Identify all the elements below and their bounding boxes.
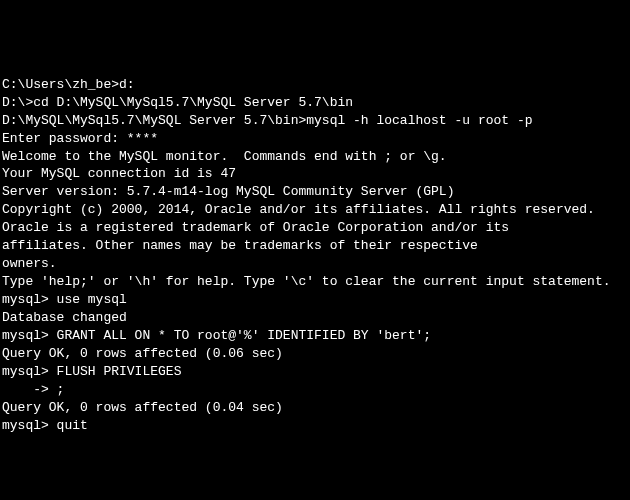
terminal-line: owners. <box>2 255 628 273</box>
terminal-line: -> ; <box>2 381 628 399</box>
terminal-line: Query OK, 0 rows affected (0.04 sec) <box>2 399 628 417</box>
terminal-line: Copyright (c) 2000, 2014, Oracle and/or … <box>2 201 628 219</box>
terminal-line: C:\Users\zh_be>d: <box>2 76 628 94</box>
terminal-line: Server version: 5.7.4-m14-log MySQL Comm… <box>2 183 628 201</box>
terminal-line: mysql> GRANT ALL ON * TO root@'%' IDENTI… <box>2 327 628 345</box>
terminal-line: mysql> quit <box>2 417 628 435</box>
terminal-line: Your MySQL connection id is 47 <box>2 165 628 183</box>
terminal-line: Database changed <box>2 309 628 327</box>
terminal-window[interactable]: C:\Users\zh_be>d:D:\>cd D:\MySQL\MySql5.… <box>2 76 628 435</box>
terminal-line: Enter password: **** <box>2 130 628 148</box>
terminal-line: Welcome to the MySQL monitor. Commands e… <box>2 148 628 166</box>
terminal-line: mysql> use mysql <box>2 291 628 309</box>
terminal-line: Oracle is a registered trademark of Orac… <box>2 219 628 237</box>
terminal-line: Type 'help;' or '\h' for help. Type '\c'… <box>2 273 628 291</box>
terminal-line: D:\MySQL\MySql5.7\MySQL Server 5.7\bin>m… <box>2 112 628 130</box>
terminal-line: affiliates. Other names may be trademark… <box>2 237 628 255</box>
terminal-line: Query OK, 0 rows affected (0.06 sec) <box>2 345 628 363</box>
terminal-line: D:\>cd D:\MySQL\MySql5.7\MySQL Server 5.… <box>2 94 628 112</box>
terminal-line: mysql> FLUSH PRIVILEGES <box>2 363 628 381</box>
